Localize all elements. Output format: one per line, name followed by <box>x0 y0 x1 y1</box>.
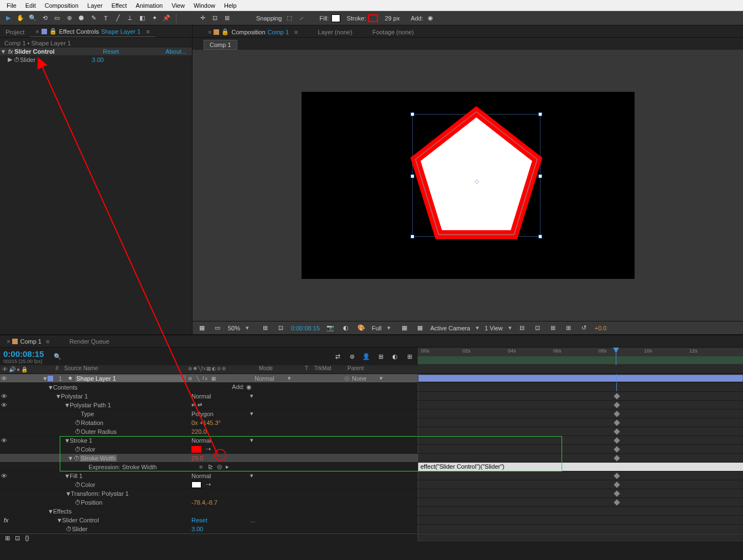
outer-radius-row[interactable]: ⏱Outer Radius 220.0 <box>0 427 743 436</box>
expression-field[interactable]: effect("Slider Control")("Slider") <box>418 463 743 471</box>
rectangle-tool-icon[interactable]: ⬢ <box>76 13 86 23</box>
rotation-row[interactable]: ⏱Rotation 0x +145.3° <box>0 418 743 427</box>
twirl-right-icon[interactable]: ▶ <box>7 56 13 63</box>
stopwatch-icon[interactable]: ⏱ <box>74 481 81 488</box>
reset-link[interactable]: Reset <box>103 48 119 55</box>
expression-pickwhip-icon[interactable]: ◎ <box>217 463 222 470</box>
toggle-alpha-icon[interactable]: ▦ <box>197 323 207 333</box>
keyframe-icon[interactable] <box>614 402 620 408</box>
solo-col-icon[interactable]: ● <box>17 366 20 372</box>
keyframe-icon[interactable] <box>614 437 620 443</box>
view-axis-icon[interactable]: ⊞ <box>222 13 232 23</box>
timeline-icon[interactable]: ⊞ <box>548 323 558 333</box>
pixel-aspect-icon[interactable]: ⊟ <box>517 323 527 333</box>
color-mgmt-icon[interactable]: 🎨 <box>356 323 366 333</box>
time-ruler[interactable]: :00s 02s 04s 06s 08s 10s 12s <box>418 348 743 356</box>
exposure-value[interactable]: +0.0 <box>595 325 607 331</box>
composition-tab[interactable]: × 🔒 Composition Comp 1 ≡ <box>204 27 303 37</box>
menu-edit[interactable]: Edit <box>21 1 40 10</box>
position-row[interactable]: ⏱Position -78.4,-8.7 <box>0 498 743 507</box>
hide-shy-icon[interactable]: 👤 <box>361 351 371 361</box>
video-toggle-icon[interactable]: 👁 <box>0 473 8 479</box>
fast-preview-icon[interactable]: ⊡ <box>533 323 543 333</box>
keyframe-icon[interactable] <box>614 411 620 417</box>
toggle-switches-icon[interactable]: ⊞ <box>2 533 12 543</box>
twirl-down-icon[interactable]: ▼ <box>64 473 70 479</box>
stopwatch-icon[interactable]: ⏱ <box>74 428 81 435</box>
stroke-swatch[interactable] <box>368 14 378 22</box>
resolution-dropdown[interactable]: Full <box>372 325 382 331</box>
fill-group-row[interactable]: 👁▼Fill 1 Normal▾ <box>0 471 743 480</box>
about-link[interactable]: About... <box>165 48 186 55</box>
stopwatch-icon[interactable]: ⏱ <box>13 56 20 63</box>
stopwatch-icon[interactable]: ⏱ <box>65 526 72 532</box>
video-col-icon[interactable]: 👁 <box>2 366 8 372</box>
twirl-down-icon[interactable]: ▼ <box>56 517 62 523</box>
hand-tool-icon[interactable]: ✋ <box>15 13 25 23</box>
effect-options-icon[interactable]: ... <box>250 517 255 523</box>
viewer-timecode[interactable]: 0:00:08:15 <box>291 325 320 331</box>
snapping-toggle-icon[interactable]: ⬚ <box>284 13 294 23</box>
expression-language-menu-icon[interactable]: ▸ <box>226 463 229 470</box>
menu-composition[interactable]: Composition <box>40 1 83 10</box>
effect-controls-target[interactable]: Shape Layer 1 <box>101 28 141 35</box>
pickwhip-icon[interactable]: ◎ <box>344 375 350 382</box>
zoom-tool-icon[interactable]: 🔍 <box>28 13 38 23</box>
zoom-level[interactable]: 50% <box>228 325 240 331</box>
footage-tab[interactable]: Footage (none) <box>368 27 418 37</box>
fill-color-swatch[interactable] <box>191 481 201 488</box>
pentagon-shape[interactable] <box>404 102 548 246</box>
rotation-value[interactable]: 0x +145.3° <box>191 419 221 426</box>
twirl-down-icon[interactable]: ▼ <box>0 48 7 55</box>
fill-color-row[interactable]: ⏱Color ⇢ <box>0 480 743 489</box>
toggle-in-out-icon[interactable]: {} <box>22 533 32 543</box>
transform-polystar-row[interactable]: ▼Transform: Polystar 1 <box>0 489 743 498</box>
fill-blend-mode[interactable]: Normal <box>191 473 211 479</box>
audio-col-icon[interactable]: 🔊 <box>9 366 15 372</box>
slider-param-row[interactable]: ⏱Slider 3.00 <box>0 525 743 533</box>
dropdown-icon[interactable]: ▾ <box>250 472 253 479</box>
stopwatch-icon[interactable]: ⏱ <box>74 446 81 453</box>
keyframe-icon[interactable] <box>614 455 620 461</box>
menu-window[interactable]: Window <box>189 1 220 10</box>
slider-param-row[interactable]: ▶ ⏱ Slider 3.00 <box>0 55 192 64</box>
lock-icon[interactable]: 🔒 <box>49 28 57 35</box>
twirl-down-icon[interactable]: ▼ <box>64 437 70 444</box>
res-dropdown-icon[interactable]: ▾ <box>387 324 391 331</box>
layer-row[interactable]: 👁 ▼ 1 ★ Shape Layer 1 ⊛ ╲ fx ▦ Normal ▾ … <box>0 374 743 383</box>
keyframe-icon[interactable] <box>614 473 620 479</box>
composition-viewer[interactable]: ◇ <box>193 50 743 321</box>
reset-exposure-icon[interactable]: ↺ <box>579 323 589 333</box>
toggle-mask-icon[interactable]: ▭ <box>212 323 222 333</box>
panel-menu-icon[interactable]: ≡ <box>146 28 149 35</box>
slider-param-value[interactable]: 3.00 <box>92 56 103 63</box>
work-area-bar[interactable] <box>418 356 743 364</box>
menu-file[interactable]: File <box>2 1 21 10</box>
twirl-down-icon[interactable]: ▼ <box>65 490 71 497</box>
render-queue-tab[interactable]: Render Queue <box>65 336 113 346</box>
camera-dropdown-icon[interactable]: ▾ <box>476 324 479 331</box>
menu-layer[interactable]: Layer <box>83 1 107 10</box>
stroke-group-row[interactable]: 👁▼Stroke 1 Normal▾ <box>0 436 743 445</box>
camera-tool-icon[interactable]: ▭ <box>52 13 62 23</box>
timeline-comp-tab[interactable]: × Comp 1 ≡ <box>2 336 54 346</box>
menu-view[interactable]: View <box>167 1 189 10</box>
mode-dropdown-icon[interactable]: ▾ <box>288 375 291 382</box>
keyframe-icon[interactable] <box>614 428 620 434</box>
polystar-group-row[interactable]: 👁▼Polystar 1 Normal▾ <box>0 392 743 401</box>
keyframe-icon[interactable] <box>614 446 620 452</box>
snap-edge-icon[interactable]: ⟋ <box>297 13 306 23</box>
video-toggle-icon[interactable]: 👁 <box>0 393 8 400</box>
pen-tool-icon[interactable]: ✎ <box>89 13 98 23</box>
rotation-tool-icon[interactable]: ⟲ <box>40 13 50 23</box>
playhead[interactable] <box>616 348 616 365</box>
add-menu-icon[interactable]: ◉ <box>246 383 252 390</box>
eyedropper-icon[interactable]: ⇢ <box>206 481 211 488</box>
text-tool-icon[interactable]: T <box>101 13 111 23</box>
playhead-indicator-icon[interactable] <box>613 348 619 353</box>
effect-controls-tab[interactable]: × 🔒 Effect Controls Shape Layer 1 ≡ <box>30 26 155 37</box>
composition-name[interactable]: Comp 1 <box>268 29 289 35</box>
lock-col-icon[interactable]: 🔒 <box>21 366 28 372</box>
toggle-modes-icon[interactable]: ⊡ <box>12 533 22 543</box>
draft-3d-icon[interactable]: ⊛ <box>347 351 357 361</box>
